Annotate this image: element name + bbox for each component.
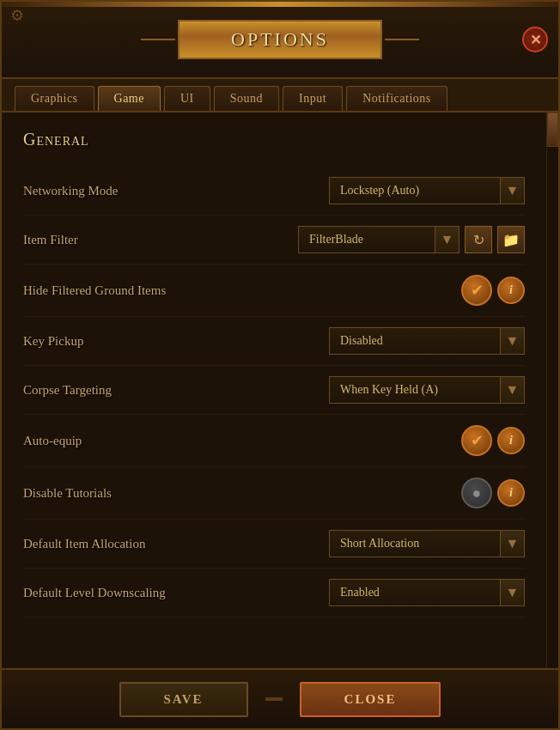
info-icon: i (509, 486, 513, 500)
save-button[interactable]: Save (119, 682, 248, 717)
auto-equip-control: ✔ i (461, 425, 525, 456)
content-area: General Networking Mode Lockstep (Auto) … (2, 113, 558, 668)
chevron-down-icon: ▼ (506, 382, 520, 398)
auto-equip-info-button[interactable]: i (497, 427, 525, 454)
hide-filtered-toggle[interactable]: ✔ (461, 275, 492, 306)
folder-icon: 📁 (502, 232, 520, 248)
chevron-down-icon: ▼ (441, 232, 454, 247)
tab-graphics[interactable]: Graphics (15, 86, 94, 111)
item-filter-refresh-button[interactable]: ↻ (465, 226, 492, 253)
networking-mode-control: Lockstep (Auto) ▼ (329, 177, 525, 204)
chevron-down-icon: ▼ (506, 536, 520, 551)
item-filter-folder-button[interactable]: 📁 (497, 226, 525, 253)
window-close-button[interactable]: ✕ (522, 27, 548, 52)
tabs-row: Graphics Game UI Sound Input Notificatio… (2, 79, 558, 113)
default-level-downscaling-dropdown[interactable]: Enabled (329, 579, 501, 606)
info-icon: i (509, 283, 513, 297)
refresh-icon: ↻ (473, 232, 484, 248)
corpse-targeting-dropdown-wrapper: When Key Held (A) ▼ (329, 376, 525, 404)
options-window: ⚙ Options ✕ Graphics Game UI Sound Input… (0, 0, 560, 730)
item-filter-dropdown-wrapper: FilterBlade ▼ (298, 226, 460, 253)
default-item-allocation-control: Short Allocation ▼ (329, 530, 525, 557)
setting-row-hide-filtered: Hide Filtered Ground Items ✔ i (23, 265, 525, 317)
auto-equip-toggle[interactable]: ✔ (461, 425, 492, 456)
close-icon: ✕ (530, 32, 541, 48)
button-connector (265, 697, 283, 701)
item-filter-dropdown-arrow[interactable]: ▼ (435, 226, 460, 253)
key-pickup-dropdown[interactable]: Disabled (329, 327, 501, 355)
setting-row-auto-equip: Auto-equip ✔ i (23, 415, 525, 467)
disable-tutorials-info-button[interactable]: i (497, 479, 525, 507)
tab-ui[interactable]: UI (164, 86, 210, 111)
networking-mode-dropdown-wrapper: Lockstep (Auto) ▼ (329, 177, 525, 204)
default-item-allocation-dropdown-wrapper: Short Allocation ▼ (329, 530, 525, 557)
hide-filtered-info-button[interactable]: i (497, 277, 525, 304)
item-filter-label: Item Filter (23, 233, 264, 247)
corpse-targeting-control: When Key Held (A) ▼ (329, 376, 525, 404)
setting-row-key-pickup: Key Pickup Disabled ▼ (23, 317, 525, 366)
disable-tutorials-label: Disable Tutorials (23, 486, 264, 501)
item-filter-dropdown[interactable]: FilterBlade (298, 226, 435, 253)
hide-filtered-control: ✔ i (461, 275, 525, 306)
title-plaque: Options (178, 20, 382, 59)
networking-mode-dropdown-arrow[interactable]: ▼ (501, 177, 525, 204)
scrollbar[interactable] (546, 113, 558, 668)
networking-mode-label: Networking Mode (23, 184, 264, 198)
default-level-downscaling-control: Enabled ▼ (329, 579, 525, 606)
info-icon: i (509, 434, 513, 447)
checkmark-icon: ✔ (471, 281, 484, 300)
window-title: Options (231, 28, 329, 50)
bottom-bar: Save Close (2, 668, 558, 728)
disable-tutorials-control: ● i (461, 478, 525, 508)
key-pickup-dropdown-arrow[interactable]: ▼ (501, 327, 525, 355)
setting-row-default-item-allocation: Default Item Allocation Short Allocation… (23, 520, 525, 569)
setting-row-corpse-targeting: Corpse Targeting When Key Held (A) ▼ (23, 366, 525, 415)
item-filter-control: FilterBlade ▼ ↻ 📁 (298, 226, 525, 253)
empty-space (23, 617, 525, 668)
corpse-targeting-dropdown-arrow[interactable]: ▼ (501, 376, 525, 404)
tab-game[interactable]: Game (98, 86, 161, 111)
default-level-downscaling-dropdown-wrapper: Enabled ▼ (329, 579, 525, 606)
window-header: ⚙ Options ✕ (2, 2, 558, 79)
default-item-allocation-dropdown-arrow[interactable]: ▼ (501, 530, 525, 557)
gear-icon: ⚙ (10, 6, 24, 25)
setting-row-item-filter: Item Filter FilterBlade ▼ ↻ 📁 (23, 216, 525, 265)
default-level-downscaling-dropdown-arrow[interactable]: ▼ (501, 579, 525, 606)
default-item-allocation-label: Default Item Allocation (23, 537, 264, 551)
main-panel: General Networking Mode Lockstep (Auto) … (2, 113, 546, 668)
checkmark-icon: ✔ (471, 431, 484, 450)
key-pickup-dropdown-wrapper: Disabled ▼ (329, 327, 525, 355)
tab-input[interactable]: Input (283, 86, 343, 111)
scrollbar-thumb[interactable] (547, 113, 558, 147)
setting-row-networking-mode: Networking Mode Lockstep (Auto) ▼ (23, 167, 525, 216)
chevron-down-icon: ▼ (506, 585, 520, 600)
networking-mode-dropdown[interactable]: Lockstep (Auto) (329, 177, 501, 204)
hide-filtered-label: Hide Filtered Ground Items (23, 283, 264, 298)
close-button[interactable]: Close (300, 682, 441, 717)
default-item-allocation-dropdown[interactable]: Short Allocation (329, 530, 501, 557)
default-level-downscaling-label: Default Level Downscaling (23, 586, 264, 600)
section-title: General (23, 130, 525, 149)
corpse-targeting-dropdown[interactable]: When Key Held (A) (329, 376, 501, 404)
setting-row-disable-tutorials: Disable Tutorials ● i (23, 467, 525, 520)
setting-row-default-level-downscaling: Default Level Downscaling Enabled ▼ (23, 569, 525, 617)
auto-equip-label: Auto-equip (23, 434, 264, 448)
key-pickup-control: Disabled ▼ (329, 327, 525, 355)
tab-sound[interactable]: Sound (214, 86, 279, 111)
chevron-down-icon: ▼ (506, 333, 520, 349)
chevron-down-icon: ▼ (506, 183, 520, 198)
key-pickup-label: Key Pickup (23, 334, 264, 349)
tab-notifications[interactable]: Notifications (346, 86, 447, 111)
disable-tutorials-toggle[interactable]: ● (461, 478, 492, 508)
corpse-targeting-label: Corpse Targeting (23, 383, 264, 398)
circle-icon: ● (472, 484, 482, 502)
